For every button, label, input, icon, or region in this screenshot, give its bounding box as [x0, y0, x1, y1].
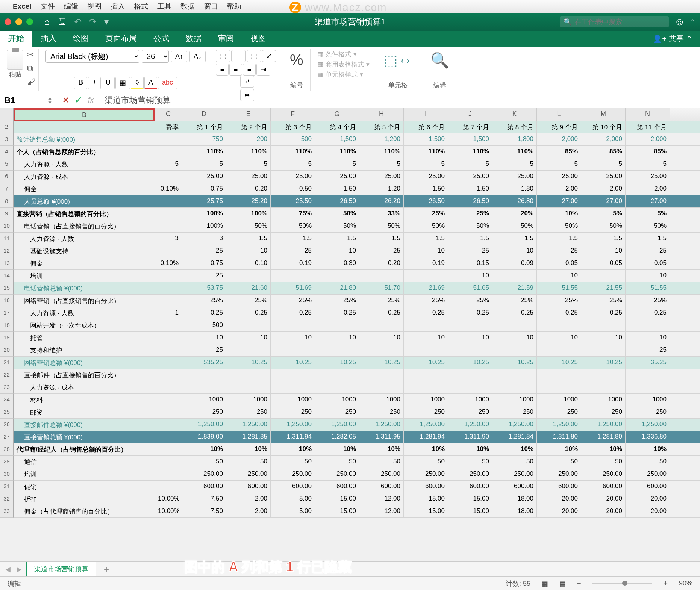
data-cell[interactable] [155, 195, 182, 207]
data-cell[interactable]: 3 [155, 233, 182, 245]
tab-view[interactable]: 视图 [242, 29, 274, 47]
data-cell[interactable] [155, 381, 182, 393]
data-cell[interactable]: 85% [626, 146, 670, 158]
phonetic-button[interactable]: abc [158, 77, 177, 89]
data-cell[interactable]: 25 [182, 344, 226, 356]
home-icon[interactable]: ⌂ [44, 17, 50, 27]
row-header-13[interactable]: 13 [0, 257, 14, 270]
data-cell[interactable]: 10% [359, 443, 404, 455]
data-cell[interactable]: 25 [537, 245, 581, 257]
data-cell[interactable]: 110% [492, 146, 537, 158]
data-cell[interactable]: 0.25 [404, 307, 448, 319]
data-cell[interactable]: 0.25 [226, 307, 271, 319]
data-cell[interactable]: 18.00 [492, 493, 537, 505]
data-cell[interactable]: 85% [581, 146, 626, 158]
data-cell[interactable]: 10 [537, 270, 581, 282]
data-cell[interactable]: 10% [226, 443, 271, 455]
data-cell[interactable] [626, 319, 670, 331]
data-cell[interactable]: 0.30 [315, 257, 359, 269]
data-cell[interactable]: 250.00 [448, 468, 492, 480]
data-cell[interactable]: 0.05 [626, 257, 670, 269]
column-header-C[interactable]: C [155, 108, 182, 121]
data-cell[interactable]: 0.05 [581, 257, 626, 269]
data-cell[interactable] [581, 344, 626, 356]
data-cell[interactable]: 250 [359, 406, 404, 418]
data-cell[interactable]: 1,800 [492, 133, 537, 145]
column-header-E[interactable]: E [226, 108, 271, 121]
data-cell[interactable]: 1000 [537, 394, 581, 406]
data-cell[interactable]: 15.00 [315, 505, 359, 517]
data-cell[interactable]: 51.65 [448, 282, 492, 294]
data-cell[interactable]: 20.00 [537, 493, 581, 505]
data-cell[interactable]: 10% [271, 443, 315, 455]
data-cell[interactable]: 0.20 [359, 257, 404, 269]
data-cell[interactable]: 0.50 [271, 183, 315, 195]
add-sheet-icon[interactable]: + [99, 563, 114, 576]
user-icon[interactable]: ☺ [674, 16, 685, 28]
data-cell[interactable] [155, 468, 182, 480]
data-cell[interactable]: 1,250.00 [492, 419, 537, 431]
data-cell[interactable]: 10 [448, 270, 492, 282]
data-cell[interactable]: 250.00 [537, 468, 581, 480]
data-cell[interactable]: 250 [448, 406, 492, 418]
data-cell[interactable]: 1.5 [271, 233, 315, 245]
data-cell[interactable]: 600.00 [404, 481, 448, 493]
data-cell[interactable]: 5 [182, 158, 226, 170]
data-cell[interactable]: 250 [271, 406, 315, 418]
indent-icon[interactable]: ⇥ [256, 64, 270, 76]
cut-icon[interactable]: ✂ [27, 50, 35, 60]
data-cell[interactable]: 第 7 个月 [448, 121, 492, 133]
formula-input[interactable]: 渠道市场营销预算 [99, 93, 176, 107]
data-cell[interactable] [271, 369, 315, 381]
data-cell[interactable]: 50% [537, 220, 581, 232]
row-header-11[interactable]: 11 [0, 233, 14, 245]
data-cell[interactable] [155, 245, 182, 257]
data-cell[interactable]: 25% [182, 295, 226, 307]
data-cell[interactable]: 2.00 [226, 505, 271, 517]
data-cell[interactable]: 1,250.00 [626, 419, 670, 431]
data-cell[interactable]: 10 [226, 245, 271, 257]
data-cell[interactable]: 10 [537, 332, 581, 344]
data-cell[interactable]: 51.69 [271, 282, 315, 294]
row-header-2[interactable]: 2 [0, 121, 14, 133]
data-cell[interactable]: 第 5 个月 [359, 121, 404, 133]
data-cell[interactable]: 1000 [404, 394, 448, 406]
data-cell[interactable]: 250.00 [404, 468, 448, 480]
data-cell[interactable]: 100% [182, 220, 226, 232]
data-cell[interactable]: 1.50 [315, 183, 359, 195]
data-cell[interactable]: 33% [359, 208, 404, 220]
data-cell[interactable]: 250 [226, 406, 271, 418]
data-cell[interactable]: 25.00 [626, 171, 670, 183]
search-input[interactable] [575, 18, 665, 26]
data-cell[interactable]: 250.00 [492, 468, 537, 480]
data-cell[interactable]: 1,500 [404, 133, 448, 145]
data-cell[interactable] [492, 270, 537, 282]
data-cell[interactable]: 10.25 [581, 357, 626, 369]
data-cell[interactable]: 10.25 [404, 357, 448, 369]
data-cell[interactable] [492, 381, 537, 393]
data-cell[interactable]: 20.00 [626, 493, 670, 505]
data-cell[interactable] [537, 344, 581, 356]
data-cell[interactable]: 2.00 [537, 183, 581, 195]
data-cell[interactable]: 100% [182, 208, 226, 220]
data-cell[interactable]: 10 [359, 332, 404, 344]
data-cell[interactable]: 5 [448, 158, 492, 170]
row-label-cell[interactable]: 人力资源 - 人数 [14, 158, 155, 170]
data-cell[interactable] [155, 319, 182, 331]
data-cell[interactable]: 1,200 [359, 133, 404, 145]
font-color-button[interactable]: A [144, 77, 157, 89]
data-cell[interactable]: 1,250.00 [581, 419, 626, 431]
data-cell[interactable]: 1,250.00 [271, 419, 315, 431]
row-header-10[interactable]: 10 [0, 220, 14, 233]
data-cell[interactable]: 1.50 [404, 183, 448, 195]
data-cell[interactable] [155, 146, 182, 158]
menu-view[interactable]: 视图 [87, 2, 102, 11]
sheet-tab[interactable]: 渠道市场营销预算 [26, 562, 96, 577]
data-cell[interactable] [271, 344, 315, 356]
size-selector[interactable]: 26 [142, 50, 169, 63]
data-cell[interactable]: 25.00 [537, 171, 581, 183]
data-cell[interactable]: 1000 [581, 394, 626, 406]
row-label-cell[interactable]: 电话营销（占直接销售的百分比） [14, 220, 155, 232]
data-cell[interactable]: 0.75 [182, 257, 226, 269]
row-label-cell[interactable]: 网站开发（一次性成本） [14, 319, 155, 331]
